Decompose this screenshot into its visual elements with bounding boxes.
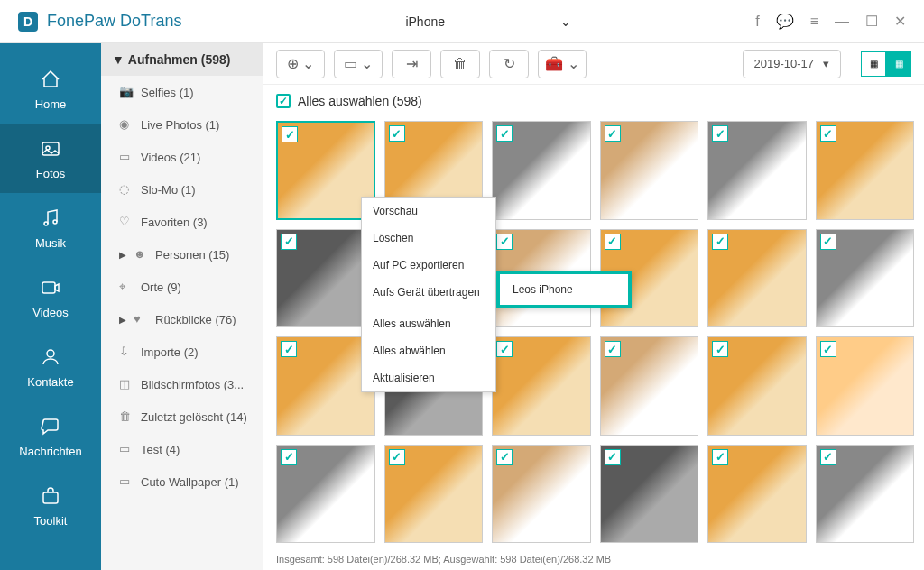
facebook-icon[interactable]: f: [755, 14, 759, 30]
sidebar-item-videos[interactable]: ▭Videos (21): [101, 141, 263, 173]
heart-icon: ♡: [119, 215, 134, 229]
photo-thumb[interactable]: [600, 445, 699, 544]
close-icon[interactable]: ✕: [894, 13, 906, 30]
sidebar-item-importe[interactable]: ⇩Importe (2): [101, 336, 263, 368]
photo-thumb[interactable]: [816, 121, 915, 220]
nav-fotos[interactable]: Fotos: [0, 124, 101, 193]
context-menu: Vorschau Löschen Auf PC exportieren Aufs…: [361, 197, 496, 392]
ctx-select-all[interactable]: Alles auswählen: [362, 310, 495, 337]
sidebar-item-label: Test (4): [141, 443, 180, 456]
minimize-icon[interactable]: —: [835, 14, 849, 30]
sidebar-item-label: Selfies (1): [141, 86, 194, 99]
date-picker[interactable]: 2019-10-17▾: [743, 50, 842, 78]
album-icon: ▭: [119, 474, 134, 489]
thumb-checkbox[interactable]: [389, 125, 405, 142]
menu-icon[interactable]: ≡: [810, 14, 818, 30]
ctx-transfer-device[interactable]: Aufs Gerät übertragen: [362, 279, 495, 306]
nav-home[interactable]: Home: [0, 54, 101, 124]
thumb-checkbox[interactable]: [712, 341, 728, 357]
trash-icon: 🗑: [119, 409, 134, 424]
sidebar-item-livephotos[interactable]: ◉Live Photos (1): [101, 108, 263, 141]
photo-thumb[interactable]: [816, 229, 915, 328]
photo-thumb[interactable]: [600, 336, 699, 436]
thumb-checkbox[interactable]: [282, 126, 298, 142]
nav-toolkit[interactable]: Toolkit: [0, 471, 101, 540]
livephoto-icon: ◉: [119, 117, 134, 132]
thumb-checkbox[interactable]: [712, 234, 728, 250]
delete-button[interactable]: 🗑: [440, 50, 480, 78]
thumb-checkbox[interactable]: [712, 449, 728, 465]
device-selector[interactable]: iPhone ⌄: [398, 14, 571, 29]
ctx-export-pc[interactable]: Auf PC exportieren: [362, 252, 495, 279]
maximize-icon[interactable]: ☐: [865, 13, 878, 30]
thumb-checkbox[interactable]: [820, 449, 836, 465]
select-all-checkbox[interactable]: [276, 94, 291, 108]
sidebar-item-slomo[interactable]: ◌Slo-Mo (1): [101, 173, 263, 206]
thumb-checkbox[interactable]: [281, 341, 297, 357]
photo-thumb[interactable]: [384, 445, 484, 544]
album-icon: ▭: [119, 442, 134, 456]
export-pc-button[interactable]: ⇥: [392, 50, 431, 78]
app-logo: D FonePaw DoTrans: [18, 12, 181, 32]
photo-thumb[interactable]: [707, 445, 807, 544]
thumb-checkbox[interactable]: [820, 341, 836, 357]
thumb-checkbox[interactable]: [281, 449, 297, 465]
sidebar-item-personen[interactable]: ▶☻Personen (15): [101, 238, 263, 271]
nav-kontakte[interactable]: Kontakte: [0, 332, 101, 401]
sidebar-item-favoriten[interactable]: ♡Favoriten (3): [101, 206, 263, 238]
photo-thumb[interactable]: [492, 336, 591, 436]
sidebar-item-deleted[interactable]: 🗑Zuletzt gelöscht (14): [101, 400, 263, 433]
device-name: iPhone: [405, 14, 445, 29]
ctx-delete[interactable]: Löschen: [362, 225, 495, 252]
titlebar-actions: f 💬 ≡ — ☐ ✕: [755, 13, 906, 30]
sidebar-item-cuto[interactable]: ▭Cuto Wallpaper (1): [101, 465, 263, 498]
thumb-checkbox[interactable]: [605, 234, 621, 250]
ctx-deselect-all[interactable]: Alles abwählen: [362, 337, 495, 364]
thumb-checkbox[interactable]: [281, 234, 297, 250]
nav-musik[interactable]: Musik: [0, 193, 101, 262]
feedback-icon[interactable]: 💬: [776, 13, 794, 30]
toolbox-button[interactable]: 🧰 ⌄: [538, 50, 587, 78]
thumb-checkbox[interactable]: [820, 125, 836, 142]
photo-thumb[interactable]: [816, 445, 915, 544]
thumb-checkbox[interactable]: [496, 125, 513, 142]
submenu-item-leos-iphone[interactable]: Leos iPhone: [500, 274, 628, 305]
ctx-refresh[interactable]: Aktualisieren: [362, 364, 495, 391]
sidebar-item-selfies[interactable]: 📷Selfies (1): [101, 76, 263, 108]
thumb-checkbox[interactable]: [605, 125, 621, 142]
ctx-preview[interactable]: Vorschau: [362, 198, 495, 225]
photo-thumb[interactable]: [492, 121, 591, 220]
thumb-checkbox[interactable]: [820, 234, 836, 250]
photo-thumb[interactable]: [707, 336, 807, 436]
export-device-button[interactable]: ▭ ⌄: [334, 50, 383, 78]
sidebar-item-rueckblicke[interactable]: ▶♥Rückblicke (76): [101, 303, 263, 336]
thumb-checkbox[interactable]: [712, 125, 728, 142]
thumb-checkbox[interactable]: [496, 234, 513, 250]
thumb-checkbox[interactable]: [496, 449, 513, 465]
photo-thumb[interactable]: [600, 121, 699, 220]
nav-nachrichten-label: Nachrichten: [19, 445, 81, 458]
photo-thumb[interactable]: [276, 445, 375, 544]
sidebar: ▼ Aufnahmen (598) 📷Selfies (1) ◉Live Pho…: [101, 43, 263, 570]
photo-thumb[interactable]: [816, 336, 915, 436]
sidebar-item-test[interactable]: ▭Test (4): [101, 433, 263, 465]
thumb-checkbox[interactable]: [605, 341, 621, 357]
thumb-checkbox[interactable]: [389, 449, 405, 465]
photo-thumb[interactable]: [707, 229, 807, 328]
refresh-button[interactable]: ↻: [489, 50, 529, 78]
photo-thumb[interactable]: [492, 445, 591, 544]
thumb-checkbox[interactable]: [605, 449, 621, 465]
view-small-button[interactable]: ▦: [886, 51, 911, 77]
nav-nachrichten[interactable]: Nachrichten: [0, 401, 101, 471]
nav-videos[interactable]: Videos: [0, 262, 101, 332]
photo-thumb[interactable]: [707, 121, 807, 220]
sidebar-item-orte[interactable]: ⌖Orte (9): [101, 271, 263, 303]
view-toggle: ▦ ▦: [861, 51, 911, 77]
add-button[interactable]: ⊕ ⌄: [276, 50, 325, 78]
sidebar-item-label: Personen (15): [155, 248, 229, 262]
thumb-checkbox[interactable]: [496, 341, 513, 357]
sidebar-header[interactable]: ▼ Aufnahmen (598): [101, 43, 263, 76]
view-large-button[interactable]: ▦: [861, 51, 886, 77]
statusbar: Insgesamt: 598 Datei(en)/268.32 MB; Ausg…: [263, 547, 924, 570]
sidebar-item-screenshots[interactable]: ◫Bildschirmfotos (3...: [101, 368, 263, 400]
